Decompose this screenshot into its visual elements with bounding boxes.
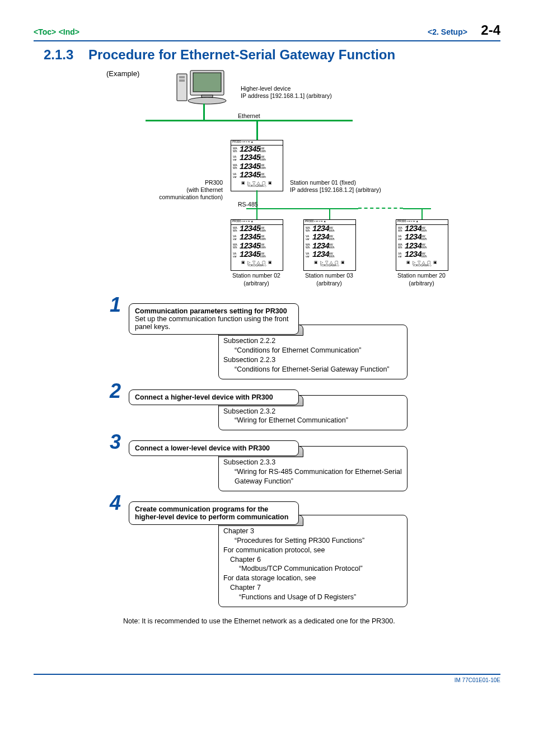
station02-caption: Station number 02(arbitrary) bbox=[224, 272, 289, 287]
section-title: 2.1.3Procedure for Ethernet-Serial Gatew… bbox=[44, 47, 500, 63]
section-link[interactable]: <2. Setup> bbox=[428, 27, 467, 36]
header-rule bbox=[34, 40, 500, 41]
footer: IM 77C01E01-10E bbox=[34, 669, 500, 683]
ethernet-trunk bbox=[146, 120, 353, 121]
station20-caption: Station number 20(arbitrary) bbox=[389, 272, 454, 287]
ethernet-drop-pr300 bbox=[256, 120, 258, 141]
step-number-2: 2 bbox=[110, 379, 121, 403]
step2-title: Connect a higher-level device with PR300 bbox=[135, 393, 273, 401]
svg-rect-5 bbox=[179, 76, 185, 78]
ind-link[interactable]: <Ind> bbox=[59, 27, 79, 36]
step1-body: Set up the communication function using … bbox=[135, 315, 288, 331]
step-number-3: 3 bbox=[110, 430, 121, 454]
step4-title: Create communication programs for the hi… bbox=[135, 505, 288, 521]
step3-title: Connect a lower-level device with PR300 bbox=[135, 444, 270, 452]
footer-rule bbox=[34, 674, 500, 675]
step-1: 1 Communication parameters setting for P… bbox=[129, 303, 465, 379]
ethernet-label: Ethernet bbox=[238, 112, 260, 120]
rs485-label: RS-485 bbox=[238, 201, 258, 208]
step-4: 4 Create communication programs for the … bbox=[129, 501, 465, 607]
station03-caption: Station number 03(arbitrary) bbox=[297, 272, 362, 287]
ethernet-drop-pc bbox=[203, 104, 205, 120]
station01-label: Station number 01 (fixed) IP address [19… bbox=[290, 179, 381, 194]
pr300-station02: PR300 ▪ ▪▪ ▪ ▪▪ ▲ WAWh12345kWkWh VAvar12… bbox=[231, 219, 283, 271]
rs485-trunk-end bbox=[403, 208, 431, 209]
rs485-trunk bbox=[246, 208, 358, 209]
footnote: Note: It is recommended to use the Ether… bbox=[123, 617, 500, 625]
rs485-drop-20 bbox=[421, 208, 423, 219]
pr300-master-device: PR300 ▪ ▪▪ ▪ ▪▪ ▲ WAWh12345kWkWh VAvar12… bbox=[231, 140, 283, 191]
section-number: 2.1.3 bbox=[44, 47, 88, 63]
rs485-trunk-dashed bbox=[358, 208, 403, 209]
toc-link[interactable]: <Toc> bbox=[34, 27, 56, 36]
pr300-station03: PR300 ▪ ▪▪ ▪ ▪▪ ▲ WAWh1234kWkWh VAvar123… bbox=[303, 219, 356, 271]
document-id: IM 77C01E01-10E bbox=[34, 677, 500, 683]
rs485-drop-02 bbox=[256, 208, 257, 219]
step-number-1: 1 bbox=[110, 293, 121, 317]
example-label: (Example) bbox=[106, 69, 139, 78]
svg-rect-2 bbox=[202, 95, 213, 97]
svg-rect-6 bbox=[179, 79, 185, 82]
step-2: 2 Connect a higher-level device with PR3… bbox=[129, 389, 465, 431]
step1-title: Communication parameters setting for PR3… bbox=[135, 307, 287, 315]
higher-device-label: Higher-level device IP address [192.168.… bbox=[241, 85, 332, 100]
procedure-steps: 1 Communication parameters setting for P… bbox=[129, 303, 465, 607]
step4-see: See Chapter 3 “Procedures for Setting PR… bbox=[218, 515, 407, 607]
svg-point-3 bbox=[188, 97, 226, 104]
step-number-4: 4 bbox=[110, 491, 121, 515]
pr300-label: PR300 (with Ethernet communication funct… bbox=[123, 179, 223, 201]
higher-level-device-icon bbox=[174, 68, 229, 113]
topology-diagram: (Example) Higher-level device IP address… bbox=[129, 68, 487, 303]
rs485-drop-03 bbox=[329, 208, 330, 219]
svg-rect-1 bbox=[193, 73, 221, 92]
pr300-station20: PR300 ▪ ▪▪ ▪ ▪▪ ▲ WAWh1234kWkWh VAvar123… bbox=[396, 219, 448, 271]
page-number: 2-4 bbox=[481, 22, 500, 37]
step-3: 3 Connect a lower-level device with PR30… bbox=[129, 440, 465, 491]
